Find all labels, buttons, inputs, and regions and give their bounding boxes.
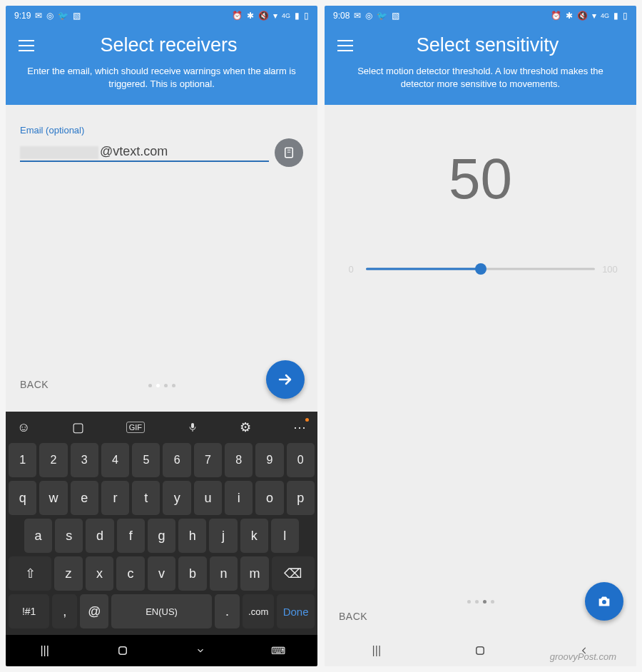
gif-icon[interactable]: GIF bbox=[126, 422, 145, 433]
nav-keyboard-switch[interactable]: ⌨ bbox=[264, 640, 292, 661]
status-time: 9:19 bbox=[14, 11, 31, 21]
key-b[interactable]: b bbox=[178, 556, 207, 591]
page-title: Select sensitivity bbox=[367, 34, 623, 56]
nav-home[interactable] bbox=[108, 640, 137, 661]
key-l[interactable]: l bbox=[271, 519, 299, 553]
key-1[interactable]: 1 bbox=[9, 443, 36, 477]
svg-point-5 bbox=[602, 600, 606, 604]
key-u[interactable]: u bbox=[194, 481, 222, 515]
key-v[interactable]: v bbox=[148, 556, 176, 591]
camera-button[interactable] bbox=[585, 582, 623, 621]
contacts-button[interactable] bbox=[275, 138, 303, 167]
nav-back[interactable] bbox=[186, 640, 215, 661]
key-c[interactable]: c bbox=[116, 556, 145, 591]
key-n[interactable]: n bbox=[210, 556, 238, 591]
shift-key[interactable]: ⇧ bbox=[9, 556, 51, 591]
keyboard-row-4: !#1 , @ EN(US) . .com Done bbox=[9, 594, 315, 628]
menu-icon[interactable] bbox=[337, 40, 353, 51]
key-d[interactable]: d bbox=[86, 519, 113, 553]
emoji-icon[interactable]: ☺ bbox=[17, 420, 30, 435]
picture-icon: ▧ bbox=[392, 11, 399, 21]
camera-icon bbox=[596, 594, 612, 609]
page-subtitle: Enter the email, which should receive wa… bbox=[19, 65, 305, 91]
key-0[interactable]: 0 bbox=[287, 443, 315, 477]
page-indicator bbox=[148, 384, 175, 387]
key-4[interactable]: 4 bbox=[101, 443, 129, 477]
key-m[interactable]: m bbox=[240, 556, 269, 591]
content-area: Email (optional) @vtext.com BACK bbox=[6, 105, 317, 412]
key-e[interactable]: e bbox=[71, 481, 98, 515]
page-subtitle: Select motion detector threshold. A low … bbox=[337, 65, 623, 91]
key-o[interactable]: o bbox=[255, 481, 283, 515]
key-g[interactable]: g bbox=[148, 519, 175, 553]
mute-icon: 🔇 bbox=[577, 11, 588, 21]
email-field[interactable]: @vtext.com bbox=[20, 144, 269, 162]
status-time: 9:08 bbox=[333, 11, 350, 21]
svg-rect-0 bbox=[285, 148, 293, 158]
key-i[interactable]: i bbox=[225, 481, 253, 515]
keyboard-row-numbers: 1234567890 bbox=[9, 443, 315, 477]
key-9[interactable]: 9 bbox=[255, 443, 283, 477]
wifi-icon: ▾ bbox=[273, 11, 277, 21]
nav-recents[interactable]: ||| bbox=[31, 640, 59, 661]
instagram-icon: ◎ bbox=[365, 11, 372, 21]
keyboard-row-1: qwertyuiop bbox=[9, 481, 315, 515]
key-7[interactable]: 7 bbox=[194, 443, 222, 477]
redacted-text bbox=[20, 146, 98, 159]
backspace-key[interactable]: ⌫ bbox=[272, 556, 315, 591]
sticker-icon[interactable]: ▢ bbox=[72, 419, 84, 435]
key-5[interactable]: 5 bbox=[132, 443, 160, 477]
key-j[interactable]: j bbox=[209, 519, 237, 553]
key-x[interactable]: x bbox=[86, 556, 114, 591]
wifi-icon: ▾ bbox=[592, 11, 596, 21]
key-s[interactable]: s bbox=[55, 519, 83, 553]
nav-recents[interactable]: ||| bbox=[362, 640, 391, 661]
content-area: 50 0 100 BACK bbox=[325, 105, 636, 635]
at-key[interactable]: @ bbox=[80, 594, 108, 628]
back-button[interactable]: BACK bbox=[20, 379, 49, 390]
key-f[interactable]: f bbox=[117, 519, 145, 553]
email-value: @vtext.com bbox=[100, 144, 168, 159]
period-key[interactable]: . bbox=[215, 594, 240, 628]
symbols-key[interactable]: !#1 bbox=[9, 594, 49, 628]
dotcom-key[interactable]: .com bbox=[243, 594, 274, 628]
key-k[interactable]: k bbox=[240, 519, 268, 553]
key-z[interactable]: z bbox=[54, 556, 83, 591]
key-q[interactable]: q bbox=[9, 481, 36, 515]
space-key[interactable]: EN(US) bbox=[111, 594, 212, 628]
page-title: Select receivers bbox=[49, 34, 305, 56]
mic-icon[interactable] bbox=[187, 422, 198, 433]
key-h[interactable]: h bbox=[178, 519, 206, 553]
more-icon[interactable]: ⋯ bbox=[293, 419, 306, 435]
slider-max-label: 100 bbox=[602, 264, 618, 275]
key-p[interactable]: p bbox=[287, 481, 315, 515]
keyboard-row-2: asdfghjkl bbox=[9, 519, 315, 553]
key-w[interactable]: w bbox=[39, 481, 67, 515]
key-3[interactable]: 3 bbox=[71, 443, 98, 477]
sensitivity-slider[interactable] bbox=[366, 262, 595, 276]
nav-home[interactable] bbox=[466, 640, 494, 661]
gmail-icon: ✉ bbox=[35, 11, 42, 21]
key-8[interactable]: 8 bbox=[225, 443, 253, 477]
back-button[interactable]: BACK bbox=[339, 611, 622, 622]
key-2[interactable]: 2 bbox=[39, 443, 67, 477]
bluetooth-icon: ✱ bbox=[566, 11, 573, 21]
key-6[interactable]: 6 bbox=[163, 443, 190, 477]
settings-icon[interactable]: ⚙ bbox=[240, 419, 251, 435]
menu-icon[interactable] bbox=[19, 40, 34, 51]
sensitivity-slider-row: 0 100 bbox=[339, 262, 622, 276]
key-y[interactable]: y bbox=[163, 481, 190, 515]
header: Select receivers Enter the email, which … bbox=[6, 26, 317, 105]
twitter-icon: 🐦 bbox=[377, 11, 387, 21]
next-button[interactable] bbox=[266, 360, 305, 399]
phone-right: 9:08 ✉ ◎ 🐦 ▧ ⏰ ✱ 🔇 ▾ 4G ▮ ▯ Select sensi… bbox=[325, 6, 636, 666]
key-a[interactable]: a bbox=[24, 519, 52, 553]
alarm-icon: ⏰ bbox=[551, 11, 561, 21]
header: Select sensitivity Select motion detecto… bbox=[325, 26, 636, 105]
key-t[interactable]: t bbox=[132, 481, 160, 515]
page-indicator bbox=[339, 600, 622, 604]
key-r[interactable]: r bbox=[101, 481, 129, 515]
comma-key[interactable]: , bbox=[52, 594, 77, 628]
done-key[interactable]: Done bbox=[277, 594, 315, 628]
address-book-icon bbox=[282, 146, 295, 159]
